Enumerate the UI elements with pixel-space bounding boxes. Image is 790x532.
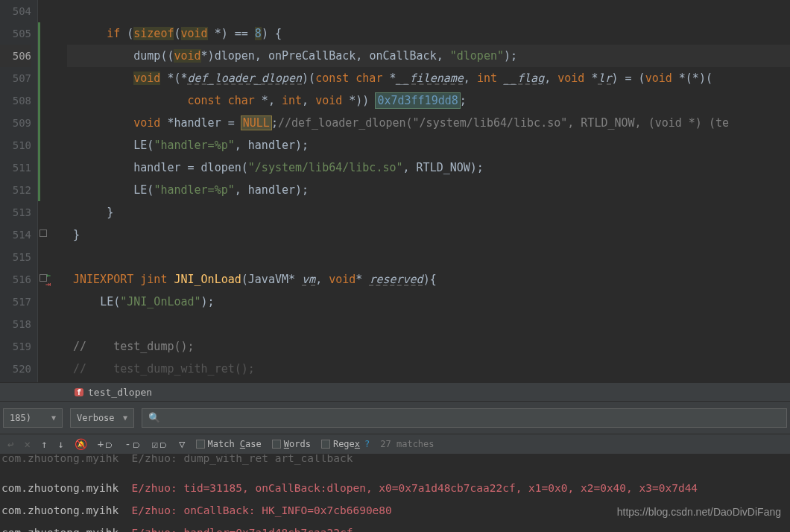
- code-line: [67, 0, 790, 22]
- breadcrumb-bar: f test_dlopen: [0, 382, 790, 401]
- code-line: JNIEXPORT jint JNI_OnLoad(JavaVM* vm, vo…: [67, 268, 790, 291]
- log-search-input[interactable]: 🔍: [142, 408, 787, 428]
- arrow-up-icon[interactable]: ↑: [41, 438, 47, 450]
- code-line: LE("JNI_OnLoad");: [67, 291, 790, 313]
- select-all-icon[interactable]: ☑⫐: [152, 438, 168, 450]
- words-checkbox[interactable]: Words: [272, 439, 311, 449]
- log-level-selector[interactable]: Verbose▼: [70, 408, 134, 428]
- code-line: [67, 246, 790, 268]
- code-line: if (sizeof(void *) == 8) {: [67, 22, 790, 45]
- logcat-filter-bar: 185)▼ Verbose▼ 🔍: [0, 401, 790, 434]
- code-line: }: [67, 201, 790, 224]
- code-line: // test_dump_with_ret();: [67, 358, 790, 380]
- code-line: const char *, int, void *)) 0x7d3ff19dd8…: [67, 89, 790, 112]
- code-line: [67, 313, 790, 335]
- function-badge-icon: f: [75, 388, 83, 396]
- code-line: dump((void*)dlopen, onPreCallBack, onCal…: [67, 45, 790, 67]
- add-filter-icon[interactable]: +⫐: [98, 438, 114, 450]
- code-line: handler = dlopen("/system/lib64/libc.so"…: [67, 156, 790, 179]
- arrow-down-icon[interactable]: ↓: [57, 438, 63, 450]
- vcs-marker: [38, 22, 40, 201]
- help-icon[interactable]: ?: [364, 439, 370, 449]
- code-line: LE("handler=%p", handler);: [67, 134, 790, 156]
- editor-area: 5045055065075085095105115125135145155165…: [0, 0, 790, 382]
- breadcrumb-function[interactable]: test_dlopen: [88, 387, 152, 398]
- funnel-icon[interactable]: ▽: [179, 438, 185, 450]
- chevron-down-icon: ▼: [51, 414, 56, 422]
- log-line: com.zhuotong.myihk E/zhuo: tid=31185, on…: [1, 477, 790, 499]
- logcat-toolbar: ↩ ✕ ↑ ↓ 🔕 +⫐ -⫐ ☑⫐ ▽ Match Case Words Re…: [0, 434, 790, 455]
- fold-column: ⇤⇥: [37, 0, 67, 382]
- remove-filter-icon[interactable]: -⫐: [124, 438, 141, 450]
- fold-toggle-icon[interactable]: [40, 229, 47, 237]
- code-area[interactable]: if (sizeof(void *) == 8) { dump((void*)d…: [67, 0, 790, 382]
- match-case-checkbox[interactable]: Match Case: [196, 439, 262, 449]
- code-line: void *handler = NULL;//def_loader_dlopen…: [67, 112, 790, 134]
- search-icon: 🔍: [148, 412, 160, 423]
- close-icon[interactable]: ✕: [24, 438, 30, 450]
- newline-icon: ↩: [7, 438, 13, 450]
- mute-icon: 🔕: [75, 438, 87, 450]
- fold-toggle-icon[interactable]: [40, 274, 47, 282]
- code-line: LE("handler=%p", handler);: [67, 179, 790, 201]
- code-line: }: [67, 224, 790, 246]
- device-selector[interactable]: 185)▼: [3, 408, 63, 428]
- regex-checkbox[interactable]: Regex?: [321, 439, 370, 449]
- watermark: https://blog.csdn.net/DaoDivDiFang: [617, 501, 781, 523]
- log-line: com.zhuotong.myihk E/zhuo: dump_with_ret…: [1, 455, 790, 469]
- logcat-output[interactable]: com.zhuotong.myihk E/zhuo: dump_with_ret…: [0, 455, 790, 532]
- match-count: 27 matches: [380, 439, 434, 449]
- chevron-down-icon: ▼: [123, 414, 127, 422]
- code-line: // test_dump();: [67, 335, 790, 358]
- line-gutter: 5045055065075085095105115125135145155165…: [0, 0, 37, 382]
- log-line: com.zhuotong.myihk E/zhuo: handler=0x7a1…: [1, 522, 790, 532]
- code-line: void *(*def_loader_dlopen)(const char *_…: [67, 67, 790, 89]
